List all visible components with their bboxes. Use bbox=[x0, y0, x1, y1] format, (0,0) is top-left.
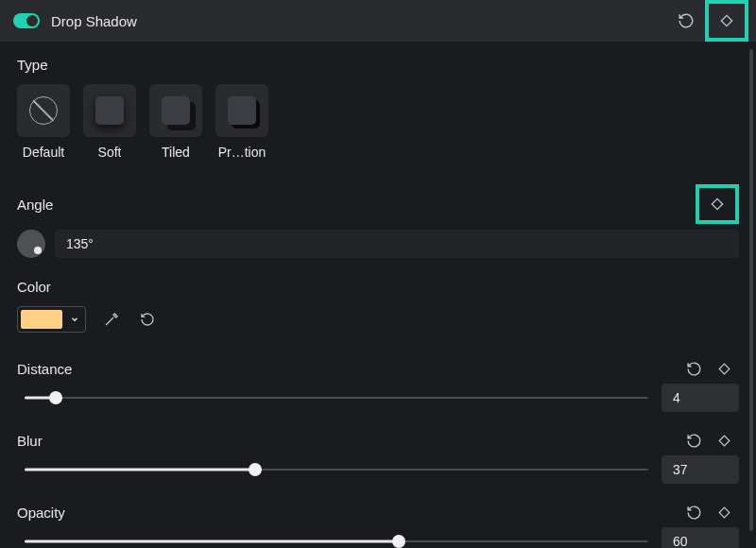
blur-label: Blur bbox=[17, 433, 679, 449]
opacity-value: 60 bbox=[673, 534, 688, 548]
reset-icon bbox=[678, 12, 695, 29]
slider-thumb[interactable] bbox=[392, 535, 405, 548]
blur-value: 37 bbox=[673, 462, 688, 477]
blur-input[interactable]: 37 bbox=[662, 455, 739, 484]
slider-fill bbox=[25, 540, 399, 543]
keyframe-opacity-button[interactable] bbox=[709, 497, 739, 527]
type-options: Default Soft Tiled Pr…tion bbox=[17, 84, 739, 160]
keyframe-header-button[interactable] bbox=[712, 6, 742, 36]
soft-preview-icon bbox=[95, 96, 124, 125]
type-option-label: Tiled bbox=[162, 145, 190, 160]
reset-icon bbox=[686, 433, 702, 449]
reset-distance-button[interactable] bbox=[679, 353, 709, 384]
scrollbar[interactable] bbox=[749, 49, 753, 531]
svg-rect-4 bbox=[719, 507, 730, 518]
type-option-label: Pr…tion bbox=[218, 145, 266, 160]
panel-header: Drop Shadow bbox=[0, 0, 756, 42]
diamond-icon bbox=[717, 434, 731, 448]
distance-value: 4 bbox=[673, 390, 680, 405]
reset-icon bbox=[140, 312, 155, 327]
svg-rect-0 bbox=[721, 15, 731, 26]
diamond-icon bbox=[719, 13, 734, 28]
keyframe-distance-button[interactable] bbox=[709, 353, 739, 384]
blur-section: Blur 37 bbox=[17, 425, 739, 484]
opacity-section: Opacity 60 bbox=[17, 497, 739, 548]
reset-icon bbox=[686, 505, 702, 521]
tiled-preview-icon bbox=[162, 96, 190, 125]
panel-content: Type Default Soft Tiled Pr…tion Angle bbox=[0, 42, 756, 548]
slider-thumb[interactable] bbox=[49, 391, 62, 404]
chevron-down-icon bbox=[70, 315, 79, 324]
angle-input[interactable]: 135° bbox=[55, 230, 739, 258]
reset-header-button[interactable] bbox=[671, 6, 701, 36]
blur-slider[interactable] bbox=[25, 462, 648, 477]
panel-title: Drop Shadow bbox=[51, 13, 671, 29]
header-keyframe-highlight bbox=[705, 0, 748, 42]
angle-keyframe-highlight bbox=[696, 184, 739, 224]
opacity-input[interactable]: 60 bbox=[662, 527, 739, 548]
svg-rect-2 bbox=[719, 364, 730, 374]
svg-rect-3 bbox=[719, 436, 730, 446]
slider-thumb[interactable] bbox=[249, 463, 262, 476]
color-swatch bbox=[21, 310, 62, 329]
angle-label: Angle bbox=[17, 197, 696, 213]
opacity-slider[interactable] bbox=[25, 534, 648, 548]
color-label: Color bbox=[17, 279, 739, 295]
eyedropper-button[interactable] bbox=[101, 309, 122, 330]
reset-icon bbox=[686, 361, 702, 377]
color-picker[interactable] bbox=[17, 306, 86, 333]
reset-color-button[interactable] bbox=[137, 309, 158, 330]
keyframe-blur-button[interactable] bbox=[709, 425, 739, 455]
type-label: Type bbox=[17, 57, 739, 73]
eyedropper-icon bbox=[104, 312, 119, 327]
slider-fill bbox=[25, 469, 255, 471]
enable-toggle[interactable] bbox=[13, 13, 40, 28]
type-option-label: Default bbox=[23, 145, 64, 160]
diamond-icon bbox=[717, 505, 731, 520]
opacity-label: Opacity bbox=[17, 505, 679, 521]
keyframe-angle-button[interactable] bbox=[702, 189, 732, 219]
type-option-projection[interactable]: Pr…tion bbox=[215, 84, 268, 160]
distance-slider[interactable] bbox=[25, 390, 648, 405]
none-icon bbox=[29, 96, 58, 125]
angle-header: Angle bbox=[17, 184, 739, 224]
color-row bbox=[17, 306, 739, 333]
svg-rect-1 bbox=[712, 198, 722, 209]
type-option-tiled[interactable]: Tiled bbox=[149, 84, 202, 160]
distance-section: Distance 4 bbox=[17, 353, 739, 412]
angle-row: 135° bbox=[17, 230, 739, 258]
type-option-default[interactable]: Default bbox=[17, 84, 70, 160]
type-option-label: Soft bbox=[98, 145, 122, 160]
projection-preview-icon bbox=[228, 96, 256, 125]
angle-value: 135° bbox=[66, 236, 94, 251]
reset-opacity-button[interactable] bbox=[679, 497, 709, 527]
diamond-icon bbox=[710, 197, 725, 212]
reset-blur-button[interactable] bbox=[679, 425, 709, 455]
diamond-icon bbox=[717, 362, 731, 376]
angle-dial[interactable] bbox=[17, 230, 45, 258]
distance-label: Distance bbox=[17, 361, 679, 377]
distance-input[interactable]: 4 bbox=[662, 384, 739, 412]
drop-shadow-panel: Drop Shadow Type Default Soft bbox=[0, 0, 756, 548]
type-option-soft[interactable]: Soft bbox=[83, 84, 136, 160]
